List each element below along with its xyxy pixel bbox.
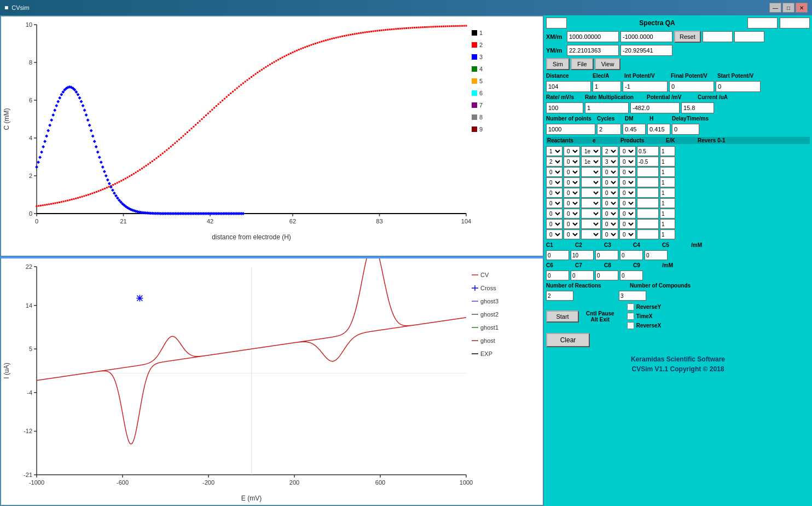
num-points-input[interactable] [546,124,595,135]
r1-select-1[interactable]: 0123456789 [546,157,562,166]
p2-select-1[interactable]: 0123456789 [619,157,636,166]
potential-input[interactable] [630,102,680,113]
p2-select-7[interactable]: 0123456789 [619,219,636,229]
r2-select-5[interactable]: 0123456789 [564,198,580,208]
p2-select-4[interactable]: 0123456789 [619,188,636,198]
c1-input[interactable] [546,250,569,260]
r2-select-8[interactable]: 0123456789 [564,229,580,239]
start-potent-input[interactable] [716,81,761,92]
rate-input[interactable] [546,102,583,113]
r1-select-0[interactable]: 0123456789 [546,146,562,156]
p1-select-3[interactable]: 0123456789 [602,177,618,187]
p2-select-6[interactable]: 0123456789 [619,209,636,219]
r2-select-7[interactable]: 0123456789 [564,219,580,229]
e-select-3[interactable]: 1e2e3e [581,177,601,187]
spectra-input[interactable] [546,18,567,28]
c9-input[interactable] [620,271,643,280]
c6-input[interactable] [546,271,569,280]
ek-input-1[interactable] [637,157,659,166]
clear-button[interactable]: Clear [546,333,590,347]
xm-input2[interactable] [620,31,672,42]
ym-input2[interactable] [620,45,672,56]
delaytime-input[interactable] [672,124,699,135]
time-x-checkbox[interactable] [627,313,634,320]
c4-input[interactable] [620,250,643,260]
tab-view[interactable]: View [595,58,621,70]
rev-input-0[interactable] [660,146,675,156]
p2-select-0[interactable]: 0123456789 [619,146,636,156]
e-select-4[interactable]: 1e2e3e [581,188,601,198]
rev-input-3[interactable] [660,177,675,187]
e-select-6[interactable]: 1e2e3e [581,209,601,219]
ek-input-6[interactable] [637,209,659,219]
reverse-y-checkbox[interactable] [627,303,634,311]
ek-input-0[interactable] [637,146,659,156]
ek-input-4[interactable] [637,188,659,198]
rev-input-4[interactable] [660,188,675,198]
e-select-2[interactable]: 1e2e3e [581,167,601,177]
final-potent-input[interactable] [669,81,714,92]
e-select-8[interactable]: 1e2e3e [581,229,601,239]
int-potent-input[interactable] [623,81,668,92]
distance-input[interactable] [546,81,591,92]
minimize-button[interactable]: — [769,3,781,13]
cycles-input[interactable] [597,124,621,135]
r1-select-7[interactable]: 0123456789 [546,219,562,229]
p1-select-7[interactable]: 0123456789 [602,219,618,229]
r1-select-8[interactable]: 0123456789 [546,229,562,239]
c7-input[interactable] [571,271,594,280]
ek-input-7[interactable] [637,219,659,229]
p1-select-5[interactable]: 0123456789 [602,198,618,208]
e-select-1[interactable]: 1e2e3e [581,157,601,166]
start-button[interactable]: Start [546,311,579,323]
e-select-7[interactable]: 1e2e3e [581,219,601,229]
p2-select-8[interactable]: 0123456789 [619,229,636,239]
p1-select-1[interactable]: 0123456789 [602,157,618,166]
r1-select-6[interactable]: 0123456789 [546,209,562,219]
close-button[interactable]: ✕ [796,3,808,13]
rev-input-8[interactable] [660,229,675,239]
p2-select-5[interactable]: 0123456789 [619,198,636,208]
c5-input[interactable] [645,250,668,260]
reset-inp2[interactable] [734,31,764,42]
r2-select-1[interactable]: 0123456789 [564,157,580,166]
c8-input[interactable] [595,271,618,280]
p1-select-4[interactable]: 0123456789 [602,188,618,198]
reset-inp1[interactable] [703,31,733,42]
h-input[interactable] [647,124,670,135]
r2-select-0[interactable]: 0123456789 [564,146,580,156]
xm-input1[interactable] [567,31,619,42]
dm-input[interactable] [623,124,646,135]
reverse-x-checkbox[interactable] [627,322,634,329]
elec-input[interactable] [593,81,621,92]
rate-mult-input[interactable] [585,102,629,113]
tab-sim[interactable]: Sim [546,58,570,70]
e-select-5[interactable]: 1e2e3e [581,198,601,208]
rev-input-1[interactable] [660,157,675,166]
p1-select-0[interactable]: 0123456789 [602,146,618,156]
reset-button[interactable]: Reset [674,31,701,43]
p1-select-8[interactable]: 0123456789 [602,229,618,239]
ek-input-2[interactable] [637,167,659,177]
spectra-val2[interactable] [780,18,810,28]
spectra-val1[interactable] [747,18,778,28]
c3-input[interactable] [595,250,618,260]
maximize-button[interactable]: □ [782,3,794,13]
ek-input-8[interactable] [637,229,659,239]
r2-select-4[interactable]: 0123456789 [564,188,580,198]
rev-input-6[interactable] [660,209,675,219]
r2-select-2[interactable]: 0123456789 [564,167,580,177]
ek-input-3[interactable] [637,177,659,187]
r1-select-4[interactable]: 0123456789 [546,188,562,198]
num-compounds-input[interactable] [619,291,646,301]
p2-select-2[interactable]: 0123456789 [619,167,636,177]
p1-select-6[interactable]: 0123456789 [602,209,618,219]
ek-input-5[interactable] [637,198,659,208]
current-input[interactable] [681,102,714,113]
r1-select-2[interactable]: 0123456789 [546,167,562,177]
rev-input-7[interactable] [660,219,675,229]
ym-input1[interactable] [567,45,619,56]
c2-input[interactable] [571,250,594,260]
num-reactions-input[interactable] [546,291,573,301]
r1-select-5[interactable]: 0123456789 [546,198,562,208]
